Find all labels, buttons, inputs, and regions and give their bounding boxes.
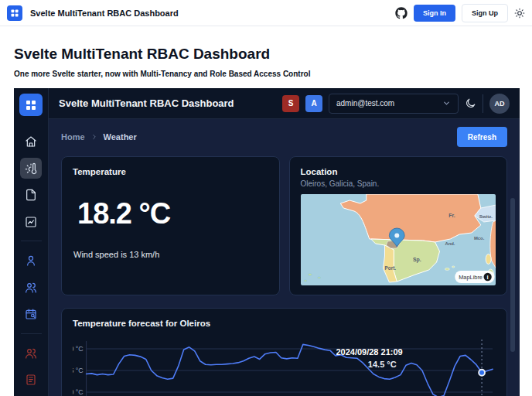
map-label-switzerland: Switz. xyxy=(479,213,493,219)
svg-text:20 °C: 20 °C xyxy=(73,345,84,353)
sidebar-item-charts[interactable] xyxy=(20,211,42,233)
forecast-chart[interactable]: 20 °C15 °C10 °C 2024/09/28 21:09 14.5 °C xyxy=(73,336,496,396)
hero-section: Svelte MultiTenant RBAC Dashboard One mo… xyxy=(0,26,532,79)
map-label-france: Fr. xyxy=(448,213,455,218)
chevron-right-icon xyxy=(90,133,98,141)
sidebar-item-calendar-search[interactable] xyxy=(20,303,42,325)
grid-logo-icon xyxy=(10,9,19,18)
users-icon xyxy=(25,347,37,360)
sign-in-button[interactable]: Sign In xyxy=(414,5,455,22)
breadcrumb: Home Weather xyxy=(61,132,137,142)
user-avatar[interactable]: AD xyxy=(489,94,510,114)
map-canvas: Fr. Switz. Mco. And. Sp. Port. xyxy=(301,194,496,285)
grid-logo-icon xyxy=(25,99,37,111)
sidebar-divider xyxy=(21,241,42,241)
svg-text:i: i xyxy=(486,274,488,281)
chevron-down-icon xyxy=(442,99,451,108)
sidebar-item-documents[interactable] xyxy=(20,184,42,206)
app-logo xyxy=(7,5,22,21)
tenant-s-button[interactable]: S xyxy=(282,95,299,112)
location-subtitle: Oleiros, Galicia, Spain. xyxy=(301,179,496,188)
sidebar-item-tenant-users[interactable] xyxy=(20,343,42,364)
dashboard-header: Svelte MultiTenant RBAC Dashboard S A ad… xyxy=(49,88,520,119)
dark-mode-toggle[interactable] xyxy=(465,97,476,109)
svg-text:15 °C: 15 °C xyxy=(73,367,84,374)
sidebar-logo[interactable] xyxy=(19,94,43,116)
home-icon xyxy=(25,135,37,148)
users-icon xyxy=(25,282,37,294)
map-attribution-label: MapLibre xyxy=(459,274,483,281)
notebook-icon xyxy=(25,374,37,386)
page-subtitle: One more Svelte starter, now with Multi-… xyxy=(14,70,518,79)
sign-up-button[interactable]: Sign Up xyxy=(462,4,508,22)
sidebar-item-audit-log[interactable] xyxy=(20,369,42,391)
forecast-card: Temperature forecast for Oleiros 20 °C15… xyxy=(61,308,507,396)
refresh-button[interactable]: Refresh xyxy=(457,127,507,147)
forecast-card-title: Temperature forecast for Oleiros xyxy=(73,319,496,328)
sidebar-item-users[interactable] xyxy=(20,277,42,299)
sidebar-divider xyxy=(21,333,42,334)
sun-icon xyxy=(514,8,525,19)
temperature-value: 18.2 °C xyxy=(77,197,268,230)
file-icon xyxy=(25,189,37,201)
sidebar-item-profile[interactable] xyxy=(20,250,42,271)
user-select-value: admin@test.com xyxy=(336,99,394,108)
brand-link[interactable]: Svelte MultiTenant RBAC Dashboard xyxy=(7,5,179,21)
sidebar-item-home[interactable] xyxy=(20,131,42,152)
dashboard-title: Svelte MultiTenant RBAC Dashboard xyxy=(59,97,234,109)
tenant-a-button[interactable]: A xyxy=(305,95,322,112)
sidebar-item-weather[interactable] xyxy=(20,158,42,179)
location-card: Location Oleiros, Galicia, Spain. xyxy=(289,156,508,295)
calendar-search-icon xyxy=(25,308,37,320)
map-attribution[interactable]: MapLibre i xyxy=(455,271,494,283)
thermometer-sun-icon xyxy=(25,162,37,175)
dashboard-frame: Svelte MultiTenant RBAC Dashboard S A ad… xyxy=(14,88,520,396)
map-label-andorra: And. xyxy=(445,241,455,246)
dashboard-content: Home Weather Refresh Temperature 18.2 °C… xyxy=(49,119,520,396)
breadcrumb-current: Weather xyxy=(104,132,137,142)
map[interactable]: Fr. Switz. Mco. And. Sp. Port. xyxy=(301,194,496,285)
header-divider xyxy=(483,94,483,113)
map-label-portugal: Port. xyxy=(384,265,396,271)
page-title: Svelte MultiTenant RBAC Dashboard xyxy=(14,45,518,63)
theme-toggle-button[interactable] xyxy=(514,8,525,19)
map-label-monaco: Mco. xyxy=(473,236,484,241)
breadcrumb-home[interactable]: Home xyxy=(61,132,85,142)
svg-text:10 °C: 10 °C xyxy=(73,388,84,396)
dashboard-sidebar xyxy=(14,88,49,396)
temperature-card: Temperature 18.2 °C Wind speed is 13 km/… xyxy=(61,156,280,295)
user-icon xyxy=(25,254,37,267)
wind-speed-text: Wind speed is 13 km/h xyxy=(73,250,268,259)
location-card-title: Location xyxy=(301,167,496,176)
forecast-chart-svg: 20 °C15 °C10 °C xyxy=(73,336,496,396)
temperature-card-title: Temperature xyxy=(73,167,268,176)
topnav-title: Svelte MultiTenant RBAC Dashboard xyxy=(30,9,179,18)
user-select[interactable]: admin@test.com xyxy=(329,94,459,114)
chart-icon xyxy=(25,216,37,228)
github-button[interactable] xyxy=(395,7,408,19)
map-label-spain: Sp. xyxy=(412,257,421,263)
moon-icon xyxy=(465,97,476,109)
top-navbar: Svelte MultiTenant RBAC Dashboard Sign I… xyxy=(0,0,532,26)
github-icon xyxy=(395,7,408,19)
dashboard-scrollbar[interactable] xyxy=(510,198,515,352)
